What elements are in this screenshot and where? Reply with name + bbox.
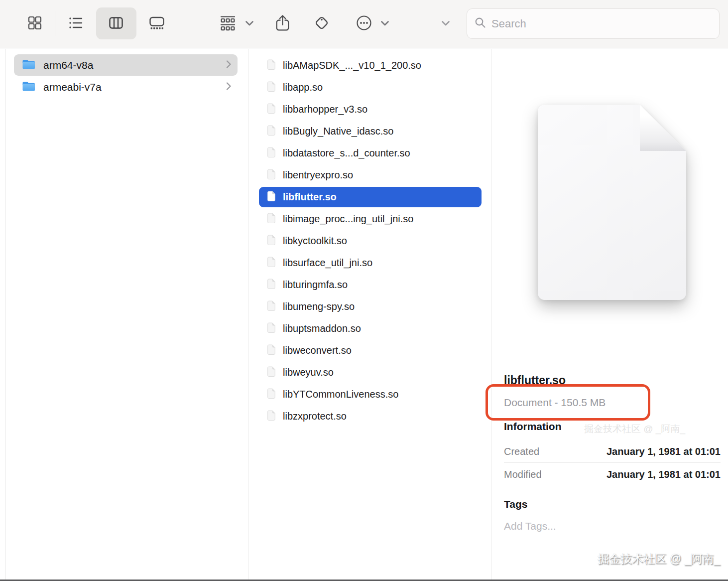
file-name: libkyctoolkit.so [283,235,347,247]
document-icon [267,344,276,357]
file-name: libweyuv.so [283,367,334,378]
file-name: libapp.so [283,82,323,93]
document-icon [267,103,276,116]
file-name: libimage_proc...ing_util_jni.so [283,213,413,225]
information-heading: Information [504,421,562,433]
file-name: libumeng-spy.so [283,301,355,312]
list-view-button[interactable] [68,15,83,32]
created-label: Created [504,446,539,457]
document-icon [267,169,276,181]
chevron-right-icon [226,82,232,93]
info-row-modified: Modified January 1, 1981 at 01:01 [504,463,721,485]
ellipsis-circle-icon [356,14,372,33]
gallery-view-button[interactable] [149,15,165,32]
file-name: libzxprotect.so [283,411,347,422]
toolbar [0,0,728,48]
finder-content: arm64-v8a armeabi-v7a libAMapSDK_..._v10… [0,49,728,581]
file-row[interactable]: libturingmfa.so [259,275,482,295]
column-view-button[interactable] [109,15,123,32]
file-name: libBugly_Native_idasc.so [283,126,393,137]
icon-view-button[interactable] [27,15,42,32]
file-name: libdatastore_s...d_counter.so [283,147,410,159]
document-icon [267,300,276,313]
info-divider [504,462,721,463]
tags-heading: Tags [504,498,527,510]
share-icon [275,14,290,34]
folder-name: armeabi-v7a [43,81,226,93]
document-icon [267,322,276,335]
file-name: libYTCommonLiveness.so [283,389,398,400]
more-actions-button[interactable] [356,14,372,33]
file-row[interactable]: libimage_proc...ing_util_jni.so [259,209,482,229]
document-icon [267,59,276,72]
site-watermark: 掘金技术社区 @ _阿南_ [598,551,720,567]
preview-kind-size: Document - 150.5 MB [504,397,606,409]
document-icon [267,279,276,291]
document-icon [267,125,276,138]
created-value: January 1, 1981 at 01:01 [607,446,721,457]
file-row[interactable]: libapp.so [259,77,482,98]
file-row[interactable]: libAMapSDK_..._v10_1_200.so [259,55,482,76]
toolbar-divider [55,11,55,36]
file-row[interactable]: libzxprotect.so [259,406,482,427]
group-by-icon [220,15,236,33]
file-name: libweconvert.so [283,345,352,356]
tags-button[interactable] [313,14,330,33]
document-icon [267,191,276,203]
document-icon [267,213,276,225]
toolbar-overflow-chevron-icon[interactable] [441,20,450,26]
group-by-chevron-icon[interactable] [245,20,254,26]
faint-watermark: 掘金技术社区 @ _阿南_ [584,423,724,436]
file-row[interactable]: libYTCommonLiveness.so [259,384,482,405]
share-button[interactable] [275,14,290,34]
file-name: libAMapSDK_..._v10_1_200.so [283,60,421,71]
document-icon [267,257,276,269]
document-icon [267,388,276,401]
document-icon [267,366,276,379]
file-row[interactable]: libweyuv.so [259,362,482,383]
file-row[interactable]: libweconvert.so [259,340,482,361]
modified-label: Modified [504,469,542,480]
document-icon [267,410,276,423]
file-name: libuptsmaddon.so [283,323,361,334]
folder-icon [22,59,36,72]
search-field[interactable] [467,8,720,39]
group-by-button[interactable] [220,15,236,33]
more-actions-chevron-icon[interactable] [380,20,389,26]
document-icon [267,147,276,159]
folder-row-arm64-v8a[interactable]: arm64-v8a [14,54,238,76]
document-icon [267,81,276,94]
tag-icon [313,14,330,33]
file-row[interactable]: libentryexpro.so [259,165,482,185]
file-row[interactable]: libbarhopper_v3.so [259,99,482,120]
search-icon [474,16,486,31]
list-view-icon [68,15,83,32]
page-fold-corner [640,105,686,151]
icon-view-icon [27,15,42,32]
add-tags-field[interactable]: Add Tags... [504,520,556,532]
document-preview-icon [538,105,686,300]
preview-pane: libflutter.so Document - 150.5 MB 掘金技术社区… [492,49,728,581]
search-input[interactable] [491,17,712,30]
folder-row-armeabi-v7a[interactable]: armeabi-v7a [14,76,238,98]
column-view-icon [109,15,123,32]
modified-value: January 1, 1981 at 01:01 [607,469,721,480]
file-row[interactable]: libdatastore_s...d_counter.so [259,143,482,163]
file-name: libbarhopper_v3.so [283,104,367,115]
file-row[interactable]: libBugly_Native_idasc.so [259,121,482,142]
column-files: libAMapSDK_..._v10_1_200.so libapp.so li… [249,49,492,581]
file-name: libturingmfa.so [283,279,348,290]
document-icon [267,235,276,247]
folder-icon [22,81,36,94]
file-name: libentryexpro.so [283,169,353,181]
file-row-selected[interactable]: libflutter.so [259,187,482,207]
file-row[interactable]: libuptsmaddon.so [259,318,482,339]
file-row[interactable]: libumeng-spy.so [259,296,482,317]
file-row[interactable]: libsurface_util_jni.so [259,253,482,273]
folder-name: arm64-v8a [43,59,226,71]
file-name: libflutter.so [283,191,337,203]
column-folders: arm64-v8a armeabi-v7a [5,49,249,581]
chevron-right-icon [226,60,232,71]
file-row[interactable]: libkyctoolkit.so [259,231,482,251]
info-row-created: Created January 1, 1981 at 01:01 [504,440,721,462]
